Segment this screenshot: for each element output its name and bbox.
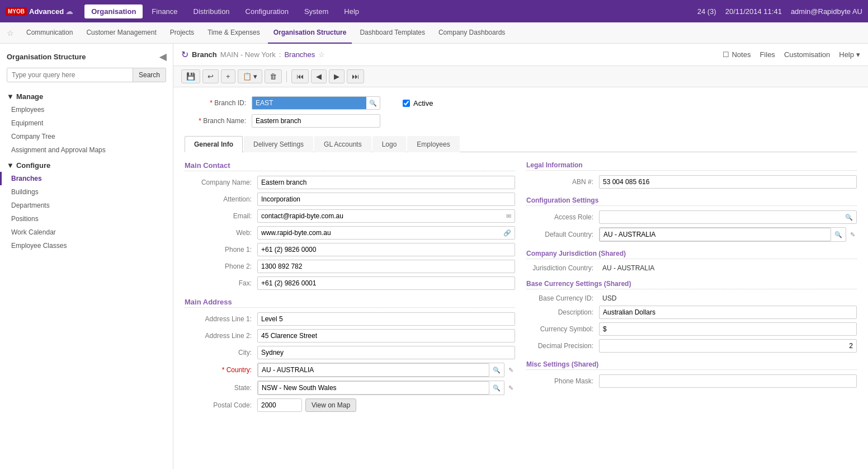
- active-label: Active: [413, 99, 433, 107]
- sidebar-item-buildings[interactable]: Buildings: [0, 185, 173, 199]
- files-action[interactable]: Files: [760, 50, 775, 59]
- postal-value: View on Map: [257, 398, 515, 412]
- default-country-edit-icon[interactable]: ✎: [848, 229, 857, 240]
- undo-button[interactable]: ↩: [202, 69, 219, 83]
- default-country-input[interactable]: [600, 228, 831, 241]
- help-action[interactable]: Help ▾: [839, 50, 860, 59]
- city-input[interactable]: [257, 346, 515, 359]
- tab-delivery-settings[interactable]: Delivery Settings: [244, 136, 313, 152]
- jurisdiction-country-text: AU - AUSTRALIA: [599, 262, 658, 274]
- sidebar-item-company-tree[interactable]: Company Tree: [0, 130, 173, 143]
- nav-distribution[interactable]: Distribution: [187, 4, 237, 18]
- description-label: Description:: [526, 308, 599, 316]
- address1-input[interactable]: [257, 312, 515, 326]
- email-input[interactable]: [258, 210, 503, 222]
- sec-nav-communication[interactable]: Communication: [21, 22, 78, 44]
- tab-general-info[interactable]: General Info: [185, 136, 243, 152]
- country-input[interactable]: [258, 363, 489, 377]
- sidebar-item-employees[interactable]: Employees: [0, 103, 173, 116]
- add-button[interactable]: +: [221, 69, 235, 83]
- abn-input[interactable]: [599, 175, 857, 189]
- base-currency-id-value: USD: [599, 294, 857, 302]
- breadcrumb-star-icon[interactable]: ☆: [318, 50, 325, 59]
- address2-input[interactable]: [257, 329, 515, 343]
- nav-help[interactable]: Help: [337, 4, 366, 18]
- state-search-icon[interactable]: 🔍: [489, 383, 504, 393]
- view-on-map-button[interactable]: View on Map: [305, 398, 356, 412]
- address1-row: Address Line 1:: [185, 312, 515, 326]
- save-button[interactable]: 💾: [181, 69, 200, 83]
- access-role-search-icon[interactable]: 🔍: [842, 212, 856, 223]
- tab-employees[interactable]: Employees: [407, 136, 459, 152]
- sidebar-item-employee-classes[interactable]: Employee Classes: [0, 239, 173, 252]
- sidebar-item-equipment[interactable]: Equipment: [0, 116, 173, 130]
- country-edit-icon[interactable]: ✎: [507, 365, 515, 376]
- state-edit-icon[interactable]: ✎: [507, 383, 515, 393]
- attention-input[interactable]: [257, 193, 515, 206]
- refresh-icon[interactable]: ↻: [181, 49, 188, 60]
- sec-nav-customer-management[interactable]: Customer Management: [81, 22, 162, 44]
- search-button[interactable]: Search: [133, 68, 166, 82]
- favorite-star-icon[interactable]: ☆: [7, 29, 14, 37]
- branch-id-input[interactable]: [252, 97, 366, 109]
- sec-nav-org-structure[interactable]: Organisation Structure: [268, 22, 352, 44]
- sec-nav-dashboard-templates[interactable]: Dashboard Templates: [354, 22, 431, 44]
- state-input[interactable]: [258, 381, 489, 395]
- sidebar-item-work-calendar[interactable]: Work Calendar: [0, 226, 173, 239]
- access-role-field: 🔍: [599, 210, 857, 224]
- breadcrumb-separator1: MAIN - New York: [220, 50, 276, 59]
- sec-nav-company-dashboards[interactable]: Company Dashboards: [433, 22, 511, 44]
- sidebar-section-configure: ▼ Configure: [0, 157, 173, 172]
- legal-info-title: Legal Information: [526, 161, 857, 171]
- files-label: Files: [760, 50, 775, 59]
- address2-row: Address Line 2:: [185, 329, 515, 343]
- description-input[interactable]: [599, 306, 857, 319]
- decimal-precision-input[interactable]: [599, 339, 857, 353]
- web-input[interactable]: [258, 227, 500, 239]
- sec-nav-time-expenses[interactable]: Time & Expenses: [202, 22, 266, 44]
- phone-mask-input[interactable]: [599, 374, 857, 388]
- currency-symbol-input[interactable]: [599, 322, 857, 336]
- phone1-input[interactable]: [257, 243, 515, 256]
- search-input[interactable]: [7, 68, 133, 82]
- main-address-section-title: Main Address: [185, 298, 515, 308]
- breadcrumb-colon: :: [279, 50, 281, 59]
- sidebar-item-branches[interactable]: Branches: [0, 172, 173, 185]
- sidebar-item-positions[interactable]: Positions: [0, 212, 173, 226]
- sidebar-item-departments[interactable]: Departments: [0, 199, 173, 212]
- state-input-group: 🔍: [257, 381, 504, 395]
- nav-configuration[interactable]: Configuration: [239, 4, 295, 18]
- sidebar-section-manage: ▼ Manage: [0, 88, 173, 103]
- active-checkbox[interactable]: [403, 100, 410, 107]
- access-role-input[interactable]: [600, 211, 842, 223]
- tab-logo[interactable]: Logo: [372, 136, 407, 152]
- next-button[interactable]: ▶: [329, 69, 345, 83]
- nav-system[interactable]: System: [298, 4, 335, 18]
- tab-gl-accounts[interactable]: GL Accounts: [314, 136, 371, 152]
- breadcrumb-current[interactable]: Branches: [284, 50, 315, 59]
- fax-input[interactable]: [257, 276, 515, 290]
- nav-organisation[interactable]: Organisation: [84, 4, 143, 18]
- default-country-search-icon[interactable]: 🔍: [831, 229, 846, 240]
- postal-code-input[interactable]: [257, 398, 302, 412]
- phone1-value: [257, 243, 515, 256]
- delete-button[interactable]: 🗑: [265, 69, 282, 83]
- company-name-input[interactable]: [257, 176, 515, 189]
- sidebar-item-approval-maps[interactable]: Assignment and Approval Maps: [0, 143, 173, 157]
- branch-id-search-icon[interactable]: 🔍: [366, 98, 380, 109]
- first-button[interactable]: ⏮: [291, 69, 309, 83]
- phone2-input[interactable]: [257, 260, 515, 273]
- last-button[interactable]: ⏭: [347, 69, 364, 83]
- notes-action[interactable]: ☐ Notes: [723, 50, 751, 59]
- customisation-action[interactable]: Customisation: [784, 50, 830, 59]
- customisation-label: Customisation: [784, 50, 830, 59]
- country-search-icon[interactable]: 🔍: [489, 365, 504, 376]
- prev-button[interactable]: ◀: [311, 69, 327, 83]
- sec-nav-projects[interactable]: Projects: [164, 22, 200, 44]
- nav-finance[interactable]: Finance: [145, 4, 184, 18]
- copy-button[interactable]: 📋 ▾: [238, 69, 263, 83]
- sidebar-collapse-btn[interactable]: ◀: [159, 51, 166, 62]
- branch-name-input[interactable]: [252, 114, 380, 128]
- session-count: 24 (3): [697, 7, 716, 16]
- base-currency-id-label: Base Currency ID:: [526, 294, 599, 302]
